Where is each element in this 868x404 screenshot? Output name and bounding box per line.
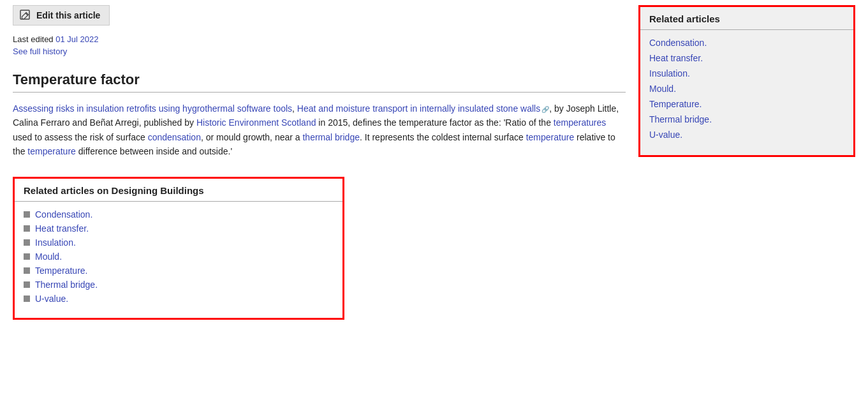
body-link-temperature-1[interactable]: temperature [526, 132, 574, 142]
related-articles-sidebar-box: Related articles Condensation. Heat tran… [638, 5, 855, 157]
date-link[interactable]: 01 Jul 2022 [55, 34, 98, 44]
list-bullet-icon [24, 253, 30, 260]
related-bottom-link-1[interactable]: Condensation. [35, 209, 92, 220]
body-link-thermal-bridge[interactable]: thermal bridge [302, 132, 360, 142]
external-link-icon: 🔗 [541, 105, 549, 115]
sidebar-list-item: Temperature. [649, 99, 844, 109]
sidebar-list-item: U-value. [649, 130, 844, 140]
sidebar-list-item: Insulation. [649, 68, 844, 79]
sidebar-list-item: Thermal bridge. [649, 114, 844, 124]
body-link-condensation[interactable]: condensation [148, 132, 201, 142]
list-bullet-icon [24, 296, 30, 302]
related-bottom-link-3[interactable]: Insulation. [35, 237, 76, 248]
sidebar-list-item: Condensation. [649, 38, 844, 48]
article-title: Temperature factor [13, 71, 626, 88]
related-bottom-link-6[interactable]: Thermal bridge. [35, 280, 98, 290]
body-link-1[interactable]: Assessing risks in insulation retrofits … [13, 103, 292, 114]
sidebar-list-item: Heat transfer. [649, 53, 844, 63]
related-sidebar-link-4[interactable]: Mould. [649, 84, 676, 94]
body-link-3[interactable]: Historic Environment Scotland [196, 117, 316, 128]
list-item: Thermal bridge. [24, 280, 334, 290]
body-link-temperatures[interactable]: temperatures [554, 117, 606, 128]
list-item: Condensation. [24, 209, 334, 220]
related-bottom-link-2[interactable]: Heat transfer. [35, 223, 89, 234]
sidebar: Related articles Condensation. Heat tran… [638, 5, 855, 320]
related-sidebar-link-5[interactable]: Temperature. [649, 99, 702, 109]
list-item: Heat transfer. [24, 223, 334, 234]
last-edited-info: Last edited 01 Jul 2022 [13, 34, 626, 44]
related-bottom-heading: Related articles on Designing Buildings [15, 179, 342, 202]
edit-button-label: Edit this article [36, 10, 100, 20]
sidebar-list-item: Mould. [649, 84, 844, 94]
list-item: Insulation. [24, 237, 334, 248]
related-sidebar-list: Condensation. Heat transfer. Insulation.… [640, 30, 853, 155]
related-bottom-link-4[interactable]: Mould. [35, 251, 62, 262]
related-bottom-list: Condensation. Heat transfer. Insulation.… [15, 202, 342, 318]
edit-article-button[interactable]: Edit this article [13, 5, 110, 26]
edit-icon [20, 10, 31, 21]
related-sidebar-heading: Related articles [640, 7, 853, 30]
article-body: Assessing risks in insulation retrofits … [13, 101, 626, 159]
related-sidebar-link-3[interactable]: Insulation. [649, 68, 690, 79]
related-sidebar-link-2[interactable]: Heat transfer. [649, 53, 703, 63]
list-bullet-icon [24, 281, 30, 288]
list-bullet-icon [24, 225, 30, 232]
list-bullet-icon [24, 211, 30, 218]
main-content: Edit this article Last edited 01 Jul 202… [13, 5, 626, 320]
related-bottom-link-7[interactable]: U-value. [35, 294, 68, 304]
list-bullet-icon [24, 267, 30, 274]
list-item: Mould. [24, 251, 334, 262]
body-link-2[interactable]: Heat and moisture transport in internall… [297, 103, 540, 114]
related-sidebar-link-6[interactable]: Thermal bridge. [649, 114, 712, 124]
title-divider [13, 92, 626, 93]
list-item: Temperature. [24, 266, 334, 276]
see-full-history-link[interactable]: See full history [13, 47, 626, 56]
body-link-temperature-2[interactable]: temperature [27, 146, 75, 156]
list-item: U-value. [24, 294, 334, 304]
list-bullet-icon [24, 239, 30, 246]
related-bottom-link-5[interactable]: Temperature. [35, 266, 87, 276]
related-sidebar-link-7[interactable]: U-value. [649, 130, 682, 140]
last-edited-prefix: Last edited [13, 34, 55, 44]
related-sidebar-link-1[interactable]: Condensation. [649, 38, 707, 48]
related-articles-bottom-box: Related articles on Designing Buildings … [13, 177, 344, 320]
